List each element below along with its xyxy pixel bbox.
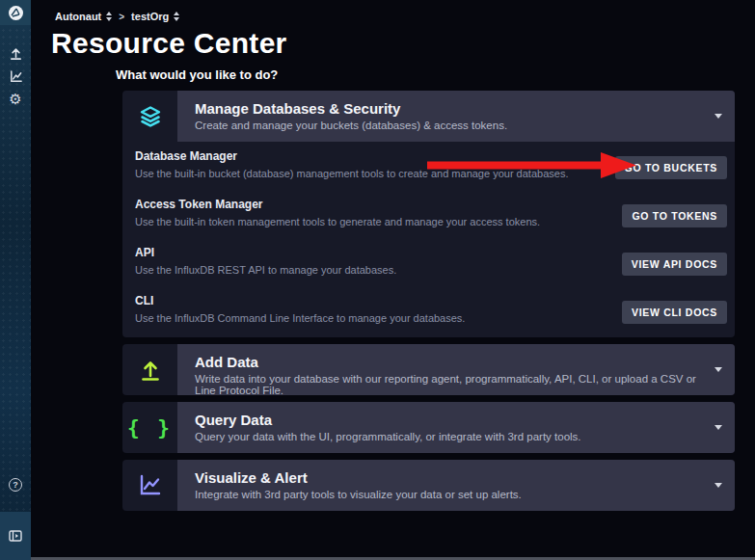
gear-icon: ⚙ bbox=[9, 92, 21, 106]
card-body: Database Manager Use the built-in bucket… bbox=[122, 142, 735, 337]
card-title: Visualize & Alert bbox=[195, 469, 706, 486]
card-icon-cell bbox=[122, 344, 177, 395]
card-query-data: { } Query Data Query your data with the … bbox=[122, 402, 735, 453]
view-cli-docs-button[interactable]: VIEW CLI DOCS bbox=[622, 301, 727, 324]
go-to-tokens-button[interactable]: GO TO TOKENS bbox=[622, 204, 727, 227]
card-title: Add Data bbox=[195, 354, 706, 370]
resource-cards: Manage Databases & Security Create and m… bbox=[122, 91, 735, 511]
sidebar-item-data-explorer[interactable] bbox=[0, 69, 31, 84]
sidebar-expand-toggle[interactable] bbox=[0, 512, 31, 560]
card-subtitle: Create and manage your buckets (database… bbox=[195, 120, 706, 131]
card-manage-databases-security: Manage Databases & Security Create and m… bbox=[122, 91, 735, 337]
sort-carets-icon bbox=[174, 12, 179, 21]
help-icon: ? bbox=[9, 478, 22, 492]
card-visualize-alert: Visualize & Alert Integrate with 3rd par… bbox=[122, 460, 735, 511]
page-title: Resource Center bbox=[51, 27, 755, 60]
breadcrumb-org-label: testOrg bbox=[131, 11, 169, 22]
row-title: API bbox=[135, 246, 619, 259]
chevron-down-icon[interactable] bbox=[715, 483, 722, 488]
row-access-token-manager: Access Token Manager Use the built-in to… bbox=[122, 190, 735, 238]
upload-icon bbox=[9, 46, 23, 61]
help-glyph: ? bbox=[13, 480, 18, 490]
expand-sidebar-icon bbox=[8, 528, 23, 544]
card-subtitle: Integrate with 3rd party tools to visual… bbox=[195, 489, 706, 500]
page-prompt: What would you like to do? bbox=[116, 67, 755, 82]
card-subtitle: Write data into your database with our r… bbox=[195, 373, 706, 396]
sidebar: ⚙ ? bbox=[0, 0, 31, 560]
row-api: API Use the InfluxDB REST API to manage … bbox=[122, 238, 735, 286]
layers-icon bbox=[139, 106, 162, 127]
row-subtitle: Use the InfluxDB REST API to manage your… bbox=[135, 264, 619, 276]
card-icon-cell bbox=[122, 91, 177, 142]
row-subtitle: Use the InfluxDB Command Line Interface … bbox=[135, 312, 619, 324]
breadcrumb-org-switcher[interactable]: testOrg bbox=[131, 11, 179, 22]
card-header-main: Add Data Write data into your database w… bbox=[177, 344, 735, 395]
card-header-main: Manage Databases & Security Create and m… bbox=[177, 91, 735, 142]
row-subtitle: Use the built-in token management tools … bbox=[135, 216, 619, 227]
card-add-data: Add Data Write data into your database w… bbox=[122, 344, 735, 395]
view-api-docs-button[interactable]: VIEW API DOCS bbox=[622, 253, 727, 276]
breadcrumb-account-label: Autonaut bbox=[55, 11, 101, 22]
breadcrumb-separator: > bbox=[119, 12, 124, 22]
card-icon-cell bbox=[122, 460, 177, 511]
card-header-manage-databases[interactable]: Manage Databases & Security Create and m… bbox=[122, 91, 735, 142]
card-header-visualize-alert[interactable]: Visualize & Alert Integrate with 3rd par… bbox=[122, 460, 735, 511]
row-title: CLI bbox=[135, 294, 619, 307]
row-subtitle: Use the built-in bucket (database) manag… bbox=[135, 168, 619, 179]
row-cli: CLI Use the InfluxDB Command Line Interf… bbox=[122, 286, 735, 334]
upload-icon bbox=[139, 359, 162, 382]
sidebar-item-help[interactable]: ? bbox=[0, 478, 31, 492]
influxdb-logo-icon bbox=[8, 5, 24, 21]
card-subtitle: Query your data with the UI, programmati… bbox=[195, 431, 706, 442]
line-chart-icon bbox=[9, 69, 23, 84]
card-header-main: Visualize & Alert Integrate with 3rd par… bbox=[177, 460, 735, 511]
chevron-down-icon[interactable] bbox=[715, 114, 722, 119]
card-header-main: Query Data Query your data with the UI, … bbox=[177, 402, 735, 453]
sidebar-item-load-data[interactable] bbox=[0, 46, 31, 61]
row-title: Access Token Manager bbox=[135, 198, 619, 211]
breadcrumb-account-switcher[interactable]: Autonaut bbox=[55, 11, 112, 22]
card-header-add-data[interactable]: Add Data Write data into your database w… bbox=[122, 344, 735, 395]
influxdb-logo[interactable] bbox=[0, 0, 31, 25]
line-chart-icon bbox=[138, 474, 163, 497]
sort-carets-icon bbox=[106, 12, 112, 21]
card-icon-cell: { } bbox=[122, 402, 177, 453]
sidebar-item-settings[interactable]: ⚙ bbox=[0, 92, 31, 106]
chevron-down-icon[interactable] bbox=[715, 367, 722, 372]
card-header-query-data[interactable]: { } Query Data Query your data with the … bbox=[122, 402, 735, 453]
card-title: Manage Databases & Security bbox=[195, 100, 706, 117]
chevron-down-icon[interactable] bbox=[715, 425, 722, 430]
row-database-manager: Database Manager Use the built-in bucket… bbox=[122, 142, 735, 190]
card-title: Query Data bbox=[195, 412, 706, 428]
main-content: Autonaut > testOrg Resource Center What … bbox=[31, 0, 755, 560]
go-to-buckets-button[interactable]: GO TO BUCKETS bbox=[615, 156, 727, 179]
row-title: Database Manager bbox=[135, 149, 619, 163]
braces-icon: { } bbox=[127, 417, 173, 439]
breadcrumb: Autonaut > testOrg bbox=[31, 0, 755, 25]
